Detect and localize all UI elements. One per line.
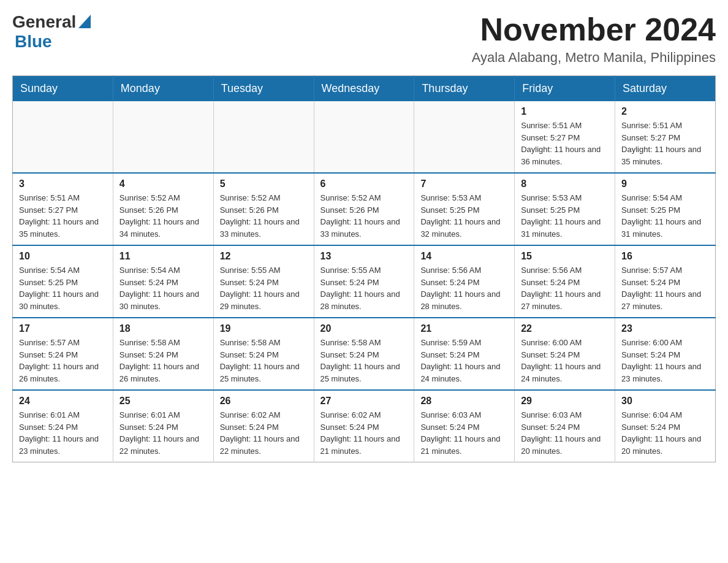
location: Ayala Alabang, Metro Manila, Philippines	[472, 50, 716, 66]
day-number: 21	[420, 323, 508, 334]
calendar-cell: 20Sunrise: 5:58 AM Sunset: 5:24 PM Dayli…	[314, 318, 414, 390]
calendar-cell: 1Sunrise: 5:51 AM Sunset: 5:27 PM Daylig…	[515, 101, 615, 173]
calendar-cell	[314, 101, 414, 173]
logo-triangle-icon	[78, 15, 91, 31]
day-number: 29	[521, 396, 609, 407]
day-info: Sunrise: 6:03 AM Sunset: 5:24 PM Dayligh…	[420, 409, 508, 457]
day-info: Sunrise: 6:00 AM Sunset: 5:24 PM Dayligh…	[521, 337, 609, 385]
day-number: 11	[119, 251, 207, 262]
logo-blue: Blue	[15, 32, 52, 51]
day-info: Sunrise: 5:54 AM Sunset: 5:24 PM Dayligh…	[119, 264, 207, 312]
day-number: 26	[220, 396, 308, 407]
day-info: Sunrise: 6:03 AM Sunset: 5:24 PM Dayligh…	[521, 409, 609, 457]
calendar-cell: 14Sunrise: 5:56 AM Sunset: 5:24 PM Dayli…	[414, 245, 515, 318]
day-info: Sunrise: 5:51 AM Sunset: 5:27 PM Dayligh…	[621, 120, 709, 167]
col-saturday: Saturday	[615, 76, 716, 102]
day-number: 16	[621, 251, 709, 262]
day-number: 25	[119, 396, 207, 407]
calendar-cell: 10Sunrise: 5:54 AM Sunset: 5:25 PM Dayli…	[13, 245, 113, 318]
day-number: 7	[420, 178, 508, 190]
logo: General Blue	[12, 12, 91, 52]
calendar-cell: 28Sunrise: 6:03 AM Sunset: 5:24 PM Dayli…	[414, 390, 515, 462]
calendar-cell: 2Sunrise: 5:51 AM Sunset: 5:27 PM Daylig…	[615, 101, 716, 173]
day-number: 8	[521, 178, 609, 190]
day-info: Sunrise: 5:54 AM Sunset: 5:25 PM Dayligh…	[19, 264, 107, 312]
day-info: Sunrise: 5:51 AM Sunset: 5:27 PM Dayligh…	[19, 192, 107, 240]
calendar-week-3: 10Sunrise: 5:54 AM Sunset: 5:25 PM Dayli…	[13, 245, 716, 318]
day-number: 14	[420, 251, 508, 262]
day-number: 20	[320, 323, 408, 334]
day-number: 27	[320, 396, 408, 407]
day-info: Sunrise: 5:55 AM Sunset: 5:24 PM Dayligh…	[320, 264, 408, 312]
day-number: 30	[621, 396, 709, 407]
day-number: 15	[521, 251, 609, 262]
day-info: Sunrise: 5:58 AM Sunset: 5:24 PM Dayligh…	[220, 337, 308, 385]
day-info: Sunrise: 5:52 AM Sunset: 5:26 PM Dayligh…	[220, 192, 308, 240]
day-info: Sunrise: 6:02 AM Sunset: 5:24 PM Dayligh…	[220, 409, 308, 457]
calendar-week-2: 3Sunrise: 5:51 AM Sunset: 5:27 PM Daylig…	[13, 173, 716, 245]
day-info: Sunrise: 6:04 AM Sunset: 5:24 PM Dayligh…	[621, 409, 709, 457]
calendar-cell: 7Sunrise: 5:53 AM Sunset: 5:25 PM Daylig…	[414, 173, 515, 245]
day-info: Sunrise: 6:01 AM Sunset: 5:24 PM Dayligh…	[19, 409, 107, 457]
calendar-cell: 5Sunrise: 5:52 AM Sunset: 5:26 PM Daylig…	[213, 173, 314, 245]
month-title: November 2024	[472, 12, 716, 47]
calendar-cell: 15Sunrise: 5:56 AM Sunset: 5:24 PM Dayli…	[515, 245, 615, 318]
calendar-cell: 27Sunrise: 6:02 AM Sunset: 5:24 PM Dayli…	[314, 390, 414, 462]
day-info: Sunrise: 5:53 AM Sunset: 5:25 PM Dayligh…	[521, 192, 609, 240]
day-info: Sunrise: 5:53 AM Sunset: 5:25 PM Dayligh…	[420, 192, 508, 240]
calendar-cell: 16Sunrise: 5:57 AM Sunset: 5:24 PM Dayli…	[615, 245, 716, 318]
day-info: Sunrise: 6:00 AM Sunset: 5:24 PM Dayligh…	[621, 337, 709, 385]
calendar-cell: 26Sunrise: 6:02 AM Sunset: 5:24 PM Dayli…	[213, 390, 314, 462]
calendar-week-5: 24Sunrise: 6:01 AM Sunset: 5:24 PM Dayli…	[13, 390, 716, 462]
calendar-cell: 30Sunrise: 6:04 AM Sunset: 5:24 PM Dayli…	[615, 390, 716, 462]
day-number: 1	[521, 106, 609, 117]
calendar-week-4: 17Sunrise: 5:57 AM Sunset: 5:24 PM Dayli…	[13, 318, 716, 390]
calendar-cell: 13Sunrise: 5:55 AM Sunset: 5:24 PM Dayli…	[314, 245, 414, 318]
day-number: 28	[420, 396, 508, 407]
calendar-table: Sunday Monday Tuesday Wednesday Thursday…	[12, 75, 716, 462]
calendar-cell: 9Sunrise: 5:54 AM Sunset: 5:25 PM Daylig…	[615, 173, 716, 245]
day-info: Sunrise: 6:02 AM Sunset: 5:24 PM Dayligh…	[320, 409, 408, 457]
calendar-cell: 3Sunrise: 5:51 AM Sunset: 5:27 PM Daylig…	[13, 173, 113, 245]
day-info: Sunrise: 5:57 AM Sunset: 5:24 PM Dayligh…	[19, 337, 107, 385]
day-info: Sunrise: 6:01 AM Sunset: 5:24 PM Dayligh…	[119, 409, 207, 457]
day-info: Sunrise: 5:58 AM Sunset: 5:24 PM Dayligh…	[119, 337, 207, 385]
day-info: Sunrise: 5:54 AM Sunset: 5:25 PM Dayligh…	[621, 192, 709, 240]
day-number: 6	[320, 178, 408, 190]
day-info: Sunrise: 5:55 AM Sunset: 5:24 PM Dayligh…	[220, 264, 308, 312]
day-number: 17	[19, 323, 107, 334]
calendar-cell	[13, 101, 113, 173]
calendar-cell: 21Sunrise: 5:59 AM Sunset: 5:24 PM Dayli…	[414, 318, 515, 390]
day-number: 2	[621, 106, 709, 117]
day-number: 13	[320, 251, 408, 262]
calendar-header-row: Sunday Monday Tuesday Wednesday Thursday…	[13, 76, 716, 102]
calendar-cell: 4Sunrise: 5:52 AM Sunset: 5:26 PM Daylig…	[113, 173, 213, 245]
calendar-cell	[113, 101, 213, 173]
calendar-cell: 12Sunrise: 5:55 AM Sunset: 5:24 PM Dayli…	[213, 245, 314, 318]
day-number: 4	[119, 178, 207, 190]
calendar-week-1: 1Sunrise: 5:51 AM Sunset: 5:27 PM Daylig…	[13, 101, 716, 173]
day-number: 9	[621, 178, 709, 190]
day-number: 18	[119, 323, 207, 334]
calendar-cell: 25Sunrise: 6:01 AM Sunset: 5:24 PM Dayli…	[113, 390, 213, 462]
day-number: 19	[220, 323, 308, 334]
calendar-cell: 19Sunrise: 5:58 AM Sunset: 5:24 PM Dayli…	[213, 318, 314, 390]
col-friday: Friday	[515, 76, 615, 102]
col-tuesday: Tuesday	[213, 76, 314, 102]
day-info: Sunrise: 5:59 AM Sunset: 5:24 PM Dayligh…	[420, 337, 508, 385]
day-number: 10	[19, 251, 107, 262]
calendar-cell: 6Sunrise: 5:52 AM Sunset: 5:26 PM Daylig…	[314, 173, 414, 245]
day-info: Sunrise: 5:52 AM Sunset: 5:26 PM Dayligh…	[320, 192, 408, 240]
page-header: General Blue November 2024 Ayala Alabang…	[12, 12, 716, 66]
col-thursday: Thursday	[414, 76, 515, 102]
day-info: Sunrise: 5:51 AM Sunset: 5:27 PM Dayligh…	[521, 120, 609, 167]
calendar-cell: 8Sunrise: 5:53 AM Sunset: 5:25 PM Daylig…	[515, 173, 615, 245]
day-info: Sunrise: 5:52 AM Sunset: 5:26 PM Dayligh…	[119, 192, 207, 240]
calendar-cell: 22Sunrise: 6:00 AM Sunset: 5:24 PM Dayli…	[515, 318, 615, 390]
calendar-cell: 29Sunrise: 6:03 AM Sunset: 5:24 PM Dayli…	[515, 390, 615, 462]
col-monday: Monday	[113, 76, 213, 102]
header-right: November 2024 Ayala Alabang, Metro Manil…	[472, 12, 716, 66]
day-number: 3	[19, 178, 107, 190]
calendar-cell: 24Sunrise: 6:01 AM Sunset: 5:24 PM Dayli…	[13, 390, 113, 462]
day-number: 22	[521, 323, 609, 334]
